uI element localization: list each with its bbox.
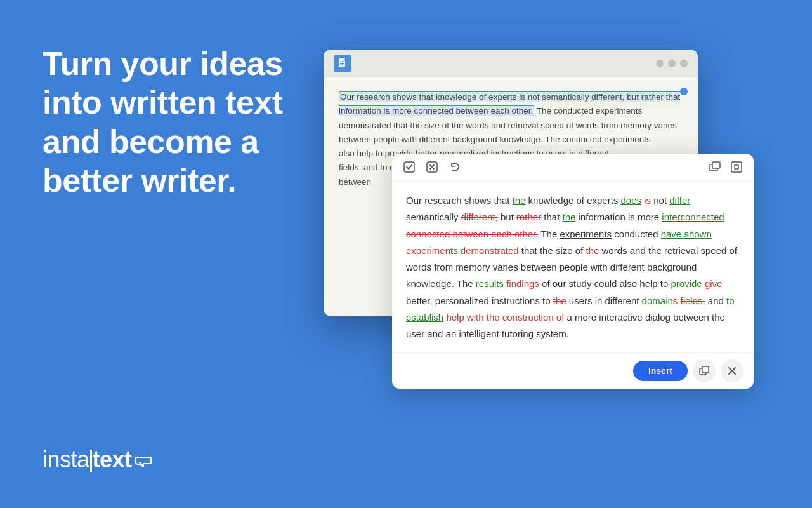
hero-line1: Turn your ideas [43,45,283,82]
remove-is: is [644,195,651,206]
remove-experiments-demonstrated: experiments demonstrated [406,245,519,256]
add-domains: domains [642,295,678,306]
add-the-1: the [513,195,526,206]
add-interconnected: interconnected [662,211,724,222]
dot-1 [656,60,664,67]
remove-the-strikethrough-1: the [586,245,599,256]
underlined-experiments: experiments [560,229,612,239]
logo-arrow-icon [134,455,152,467]
remove-connected: connected between each other. [406,229,539,239]
remove-different: different, [461,211,498,222]
suggestion-footer: Insert [392,352,754,389]
hero-section: Turn your ideas into written text and be… [43,44,309,200]
hero-line2: into written text [43,84,283,121]
undo-icon[interactable] [448,160,462,174]
remove-the-strikethrough-2: the [553,295,566,306]
svg-rect-7 [712,162,720,168]
window-controls [656,60,688,67]
export-icon[interactable] [730,160,743,174]
share-icon[interactable] [708,160,722,174]
add-provide: provide [671,278,702,289]
suggestion-toolbar [392,154,754,181]
document-icon [334,55,351,72]
dot-2 [668,60,676,67]
suggestion-text: Our research shows that the knowledge of… [406,192,740,342]
add-have-shown: have shown [661,229,712,239]
hero-title: Turn your ideas into written text and be… [43,44,309,200]
reject-all-icon[interactable] [425,160,439,174]
logo-cursor-bar [90,450,92,472]
copy-button[interactable] [693,359,716,382]
add-differ: differ [669,195,690,206]
blue-dot-indicator [680,88,688,95]
add-the-2: the [563,211,576,222]
remove-give: give [705,278,723,289]
suggestion-body: Our research shows that the knowledge of… [392,181,754,352]
logo-text: instatext [43,446,152,473]
accept-all-icon[interactable] [402,160,416,174]
remove-rather: rather [516,211,541,222]
hero-line3: and become a [43,123,259,160]
close-button[interactable] [721,359,743,382]
svg-rect-10 [702,366,709,373]
logo-insta: insta [43,446,89,472]
underlined-the-2: the [648,245,662,256]
remove-help-construction: help with the construction of [446,312,564,323]
document-titlebar [324,50,698,77]
dot-3 [680,60,688,67]
insert-button[interactable]: Insert [633,361,688,381]
logo-text-bold: text [93,446,132,472]
add-results: results [476,278,504,289]
svg-rect-4 [404,162,414,172]
remove-fields: fields, [680,295,705,306]
hero-line4: better writer. [43,162,236,199]
logo: instatext [43,446,152,473]
suggestion-panel: Our research shows that the knowledge of… [392,154,754,389]
selected-text: Our research shows that knowledge of exp… [339,91,680,116]
svg-rect-8 [731,162,742,172]
toolbar-right-icons [708,160,743,174]
add-does: does [621,195,642,206]
remove-findings: findings [506,278,539,289]
